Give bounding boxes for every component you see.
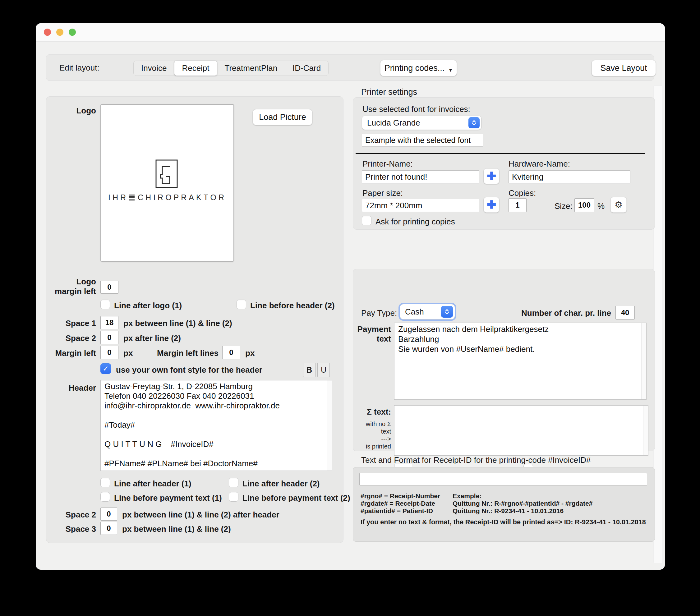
- space2-label: Space 2: [49, 334, 96, 343]
- updown-chevrons-icon: [441, 306, 453, 318]
- logo-mark-icon: [155, 160, 178, 188]
- load-picture-button[interactable]: Load Picture: [253, 109, 312, 125]
- space2b-label: Space 2: [49, 510, 96, 520]
- save-layout-button[interactable]: Save Layout: [591, 60, 656, 76]
- space2-input[interactable]: [100, 331, 118, 344]
- line-after-logo-label: Line after logo (1): [114, 301, 182, 311]
- margin-left-input[interactable]: [100, 346, 118, 359]
- sigma-textarea[interactable]: [394, 405, 648, 456]
- printing-codes-button[interactable]: Printing codes... ▼: [380, 60, 457, 76]
- hardware-name-input[interactable]: [509, 170, 630, 184]
- receipt-id-title: Text and Format for Receipt-ID for the p…: [361, 455, 591, 465]
- tab-receipt[interactable]: Receipt: [174, 61, 217, 76]
- space3-suffix: px between line (1) & line (2): [122, 524, 231, 534]
- edit-layout-toolbar: Edit layout: Invoice Receipt TreatmentPl…: [46, 54, 654, 81]
- line-after-header-2-label: Line after header (2): [242, 479, 320, 489]
- chevron-down-icon: ▼: [448, 68, 453, 73]
- tab-invoice[interactable]: Invoice: [134, 61, 174, 76]
- space2-suffix: px after line (2): [123, 334, 181, 343]
- size-label: Size:: [554, 201, 573, 211]
- chars-per-line-label: Number of char. pr. line: [518, 308, 611, 318]
- line-before-header-checkbox[interactable]: [237, 300, 246, 309]
- legend-right-column: Example: Quittung Nr.: R-#rgno#-#patient…: [453, 492, 592, 515]
- header-label: Header: [49, 383, 96, 393]
- paper-size-input[interactable]: [362, 199, 479, 212]
- margin-left-lines-label: Margin left lines: [149, 348, 218, 358]
- printer-name-input[interactable]: [362, 170, 479, 184]
- font-select-value: Lucida Grande: [362, 118, 468, 128]
- logo-text-right: CHIROPRAKTOR: [138, 193, 226, 202]
- separator-line: [355, 153, 645, 154]
- printer-options-button[interactable]: ⚙: [611, 197, 627, 213]
- sigma-note: with no Σ text ---> is printed: [353, 420, 391, 450]
- margin-left-lines-input[interactable]: [222, 346, 240, 359]
- logo-label: Logo: [49, 106, 96, 116]
- line-after-logo-checkbox[interactable]: [100, 300, 110, 309]
- add-printer-button[interactable]: ✚: [484, 168, 499, 184]
- tab-treatmentplan[interactable]: TreatmentPlan: [217, 61, 285, 76]
- space1-input[interactable]: [100, 316, 118, 329]
- pay-type-value: Cash: [400, 307, 441, 317]
- header-textarea[interactable]: Gustav-Freytag-Str. 1, D-22085 Hamburg T…: [100, 380, 332, 471]
- ask-printing-copies-checkbox[interactable]: [362, 216, 372, 225]
- pay-type-select[interactable]: Cash: [400, 304, 455, 319]
- printing-codes-label: Printing codes...: [385, 63, 445, 73]
- header-textarea-wrap: Gustav-Freytag-Str. 1, D-22085 Hamburg T…: [100, 380, 332, 471]
- logo-margin-left-input[interactable]: [100, 281, 118, 294]
- size-input[interactable]: [574, 198, 594, 212]
- space1-label: Space 1: [49, 318, 96, 328]
- copies-input[interactable]: [509, 198, 527, 212]
- chars-per-line-input[interactable]: [615, 306, 635, 319]
- space2b-input[interactable]: [100, 507, 117, 520]
- space3-label: Space 3: [49, 524, 96, 534]
- title-bar: [36, 23, 665, 42]
- desktop: { "toolbar": { "label": "Edit layout:", …: [0, 0, 700, 616]
- font-select[interactable]: Lucida Grande: [362, 116, 482, 130]
- legend-patientid: #patientid# = Patient-ID: [361, 507, 440, 515]
- space3-input[interactable]: [100, 522, 117, 535]
- copies-label: Copies:: [509, 188, 536, 198]
- line-after-header-1-checkbox[interactable]: [100, 478, 110, 487]
- logo-wordmark: IHR CHIROPRAKTOR: [101, 193, 234, 202]
- line-after-header-2-checkbox[interactable]: [229, 478, 238, 487]
- add-paper-size-button[interactable]: ✚: [484, 197, 499, 213]
- receipt-id-panel: #rgno# = Receipt-Number #rgdate# = Recei…: [353, 467, 655, 542]
- line-before-payment-2-checkbox[interactable]: [229, 492, 238, 502]
- own-font-style-checkbox[interactable]: ✓: [100, 363, 111, 374]
- bold-button[interactable]: B: [303, 363, 315, 377]
- updown-chevrons-icon: [468, 117, 479, 128]
- margin-left-unit: px: [123, 348, 133, 358]
- payment-textarea-wrap: Zugelassen nach dem Heilpraktikergesetz …: [394, 323, 647, 400]
- receipt-id-format-input[interactable]: [359, 473, 647, 486]
- logo-lines-icon: [129, 194, 135, 200]
- gear-icon: ⚙: [614, 200, 623, 210]
- layout-editor-panel: Logo IHR CHIROPRAKTOR Load Picture Logo …: [46, 96, 343, 543]
- logo-margin-left-label: Logo margin left: [49, 277, 96, 296]
- legend-example-format: Quittung Nr.: R-#rgno#-#patientid# - #rg…: [453, 500, 592, 507]
- payment-textarea[interactable]: Zugelassen nach dem Heilpraktikergesetz …: [394, 323, 647, 400]
- load-picture-label: Load Picture: [259, 113, 306, 122]
- tab-id-card[interactable]: ID-Card: [285, 61, 328, 76]
- printer-settings-panel: Use selected font for invoices: Lucida G…: [353, 97, 655, 230]
- printer-name-label: Printer-Name:: [362, 159, 413, 169]
- font-for-invoices-label: Use selected font for invoices:: [362, 104, 470, 114]
- space2b-suffix: px between line (1) & line (2) after hea…: [122, 510, 279, 520]
- legend-rgno: #rgno# = Receipt-Number: [361, 492, 440, 500]
- line-before-payment-1-checkbox[interactable]: [100, 492, 110, 502]
- margin-left-label: Margin left: [49, 348, 96, 358]
- close-button[interactable]: [44, 29, 51, 36]
- zoom-button[interactable]: [69, 29, 76, 36]
- sigma-text-label: Σ text:: [356, 407, 391, 417]
- payment-text-label: Payment text: [356, 325, 391, 344]
- checkmark-icon: ✓: [103, 365, 109, 372]
- legend-left-column: #rgno# = Receipt-Number #rgdate# = Recei…: [361, 492, 440, 515]
- pay-type-label: Pay Type:: [361, 308, 397, 318]
- payment-panel: Pay Type: Cash Number of char. pr. line …: [353, 269, 655, 451]
- own-font-style-label: use your own font style for the header: [116, 365, 262, 375]
- underline-button[interactable]: U: [317, 363, 330, 377]
- plus-icon: ✚: [487, 170, 496, 183]
- minimize-button[interactable]: [56, 29, 63, 36]
- edit-layout-label: Edit layout:: [59, 63, 99, 73]
- size-unit: %: [597, 201, 604, 211]
- sigma-textarea-wrap: [394, 405, 648, 456]
